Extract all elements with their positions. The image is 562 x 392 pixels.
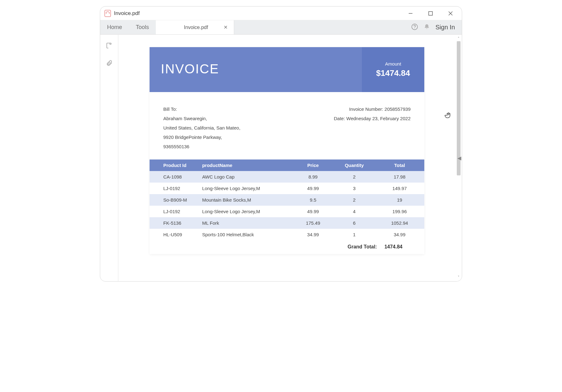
collapse-right-icon[interactable]: ◀ [457, 152, 462, 164]
app-window: Invoice.pdf Home Tools Invoice.pdf ✕ [100, 6, 462, 282]
close-button[interactable] [446, 9, 455, 18]
tab-label: Invoice.pdf [184, 25, 208, 30]
invoice-number-block: Invoice Number: 2058557939 Date: Wednesd… [334, 105, 411, 151]
cell-product-id: LJ-0192 [150, 206, 199, 217]
cell-price: 49.99 [293, 183, 334, 194]
table-header-row: Product Id productName Price Quantity To… [150, 159, 424, 171]
window-title: Invoice.pdf [114, 10, 140, 17]
svg-rect-1 [429, 12, 432, 15]
bill-to-location: United States, California, San Mateo, [163, 123, 240, 133]
cell-quantity: 2 [334, 194, 375, 206]
left-rail [100, 35, 118, 281]
cell-quantity: 3 [334, 183, 375, 194]
cell-product-id: FK-5136 [150, 217, 199, 229]
scroll-up-icon[interactable]: ˄ [458, 37, 460, 41]
cell-total: 1052.94 [375, 217, 424, 229]
amount-box: Amount $1474.84 [362, 47, 424, 92]
line-items-table: Product Id productName Price Quantity To… [150, 159, 424, 240]
table-row: FK-5136ML Fork175.4961052.94 [150, 217, 424, 229]
bell-icon[interactable] [424, 24, 430, 31]
bill-to-name: Abraham Swearegin, [163, 114, 240, 123]
cell-product-name: Long-Sleeve Logo Jersey,M [199, 183, 292, 194]
cell-total: 34.99 [375, 229, 424, 240]
amount-value: $1474.84 [376, 68, 410, 78]
help-icon[interactable] [411, 23, 418, 32]
bill-to-phone: 9365550136 [163, 142, 240, 151]
table-row: LJ-0192Long-Sleeve Logo Jersey,M49.99314… [150, 183, 424, 194]
maximize-button[interactable] [426, 9, 435, 18]
grand-total-value: 1474.84 [384, 244, 402, 250]
cell-quantity: 6 [334, 217, 375, 229]
cell-price: 8.99 [293, 171, 334, 183]
menu-tools[interactable]: Tools [129, 20, 156, 34]
cell-product-name: Long-Sleeve Logo Jersey,M [199, 206, 292, 217]
bill-to-block: Bill To: Abraham Swearegin, United State… [163, 105, 240, 151]
cell-price: 49.99 [293, 206, 334, 217]
cell-product-name: Sports-100 Helmet,Black [199, 229, 292, 240]
cell-price: 34.99 [293, 229, 334, 240]
cell-product-id: LJ-0192 [150, 183, 199, 194]
attachment-icon[interactable] [106, 60, 113, 68]
minimize-button[interactable] [406, 9, 415, 18]
hand-cursor-icon [444, 111, 452, 121]
grand-total-row: Grand Total: 1474.84 [150, 240, 424, 254]
sign-in-link[interactable]: Sign In [436, 24, 455, 31]
menubar: Home Tools Invoice.pdf ✕ Sign In [100, 20, 462, 35]
pdf-file-icon [105, 10, 111, 17]
invoice-document: INVOICE Amount $1474.84 Bill To: Abraham… [150, 47, 424, 254]
cell-product-name: ML Fork [199, 217, 292, 229]
cell-total: 17.98 [375, 171, 424, 183]
cell-total: 149.97 [375, 183, 424, 194]
cell-quantity: 4 [334, 206, 375, 217]
col-product-name: productName [199, 159, 292, 171]
table-row: So-B909-MMountain Bike Socks,M9.5219 [150, 194, 424, 206]
cell-quantity: 1 [334, 229, 375, 240]
cell-product-id: So-B909-M [150, 194, 199, 206]
cell-product-id: CA-1098 [150, 171, 199, 183]
grand-total-label: Grand Total: [348, 244, 377, 250]
invoice-date: Date: Wednesday 23, February 2022 [334, 114, 411, 123]
cell-price: 175.49 [293, 217, 334, 229]
table-row: LJ-0192Long-Sleeve Logo Jersey,M49.99419… [150, 206, 424, 217]
table-row: CA-1098AWC Logo Cap8.99217.98 [150, 171, 424, 183]
invoice-meta: Bill To: Abraham Swearegin, United State… [150, 92, 424, 159]
col-quantity: Quantity [334, 159, 375, 171]
menu-home[interactable]: Home [100, 20, 129, 34]
bill-to-street: 9920 BridgePointe Parkway, [163, 133, 240, 142]
cell-product-name: Mountain Bike Socks,M [199, 194, 292, 206]
col-price: Price [293, 159, 334, 171]
cell-product-id: HL-U509 [150, 229, 199, 240]
tab-close-icon[interactable]: ✕ [224, 24, 228, 30]
invoice-number: Invoice Number: 2058557939 [334, 105, 411, 114]
table-row: HL-U509Sports-100 Helmet,Black34.99134.9… [150, 229, 424, 240]
col-total: Total [375, 159, 424, 171]
cell-product-name: AWC Logo Cap [199, 171, 292, 183]
workspace: ◀ INVOICE Amount $1474.84 Bill To: Abrah… [100, 35, 462, 281]
svg-point-5 [414, 28, 415, 28]
bill-to-label: Bill To: [163, 105, 240, 114]
cell-price: 9.5 [293, 194, 334, 206]
invoice-header: INVOICE Amount $1474.84 [150, 47, 424, 92]
amount-label: Amount [385, 61, 401, 66]
tab-invoice[interactable]: Invoice.pdf ✕ [156, 20, 234, 34]
cell-total: 199.96 [375, 206, 424, 217]
svg-point-4 [412, 24, 417, 29]
invoice-title: INVOICE [161, 61, 351, 76]
cell-quantity: 2 [334, 171, 375, 183]
document-viewport: INVOICE Amount $1474.84 Bill To: Abraham… [118, 35, 462, 281]
col-product-id: Product Id [150, 159, 199, 171]
cell-total: 19 [375, 194, 424, 206]
titlebar: Invoice.pdf [100, 7, 462, 20]
scroll-down-icon[interactable]: ˅ [458, 275, 460, 279]
thumbnails-icon[interactable] [106, 42, 113, 51]
